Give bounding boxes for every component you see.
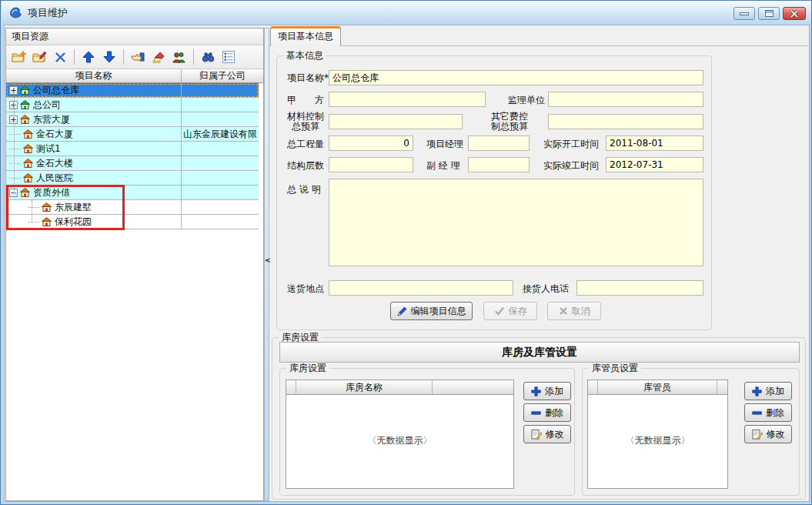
party-a-input[interactable]	[329, 92, 486, 107]
tree-item-4[interactable]: 金石大厦 山东金辰建设有限	[6, 127, 259, 142]
new-folder-icon	[12, 51, 26, 63]
project-name-input[interactable]	[329, 70, 703, 85]
tree-item-7[interactable]: 人民医院	[6, 171, 259, 186]
titlebar: 项目维护	[2, 1, 812, 25]
close-icon	[790, 10, 799, 18]
tree-connector	[9, 178, 21, 179]
check-icon	[494, 306, 505, 316]
tree-connector	[9, 134, 21, 135]
warehouse-table-header: 库房名称	[286, 380, 513, 395]
tree-item-name-cell: 测试1	[6, 142, 182, 156]
warehouse-name-column-header[interactable]: 库房名称	[296, 380, 433, 394]
cancel-button[interactable]: 取消	[547, 302, 601, 320]
material-budget-label: 材料控制总预算	[287, 112, 324, 132]
tree-connector	[9, 163, 21, 164]
actual-start-input[interactable]	[606, 135, 703, 151]
orange-house-icon	[23, 144, 33, 153]
find-button[interactable]	[199, 48, 217, 66]
tree-item-1[interactable]: + 公司总仓库	[6, 83, 259, 98]
green-house-icon	[20, 100, 30, 109]
window-title: 项目维护	[28, 6, 68, 20]
hand-pointer-button[interactable]	[129, 48, 147, 66]
toolbar-separator	[74, 49, 75, 65]
tree-item-company-cell	[182, 215, 259, 229]
project-manager-input[interactable]	[468, 135, 530, 151]
deputy-manager-input[interactable]	[468, 157, 530, 172]
plus-icon	[752, 386, 762, 396]
users-button[interactable]	[170, 48, 189, 66]
tree-item-2[interactable]: + 总公司	[6, 98, 259, 112]
actual-start-label: 实际开工时间	[543, 138, 599, 150]
other-budget-input[interactable]	[548, 114, 703, 129]
minus-icon	[752, 408, 762, 418]
keeper-modify-button[interactable]: 修改	[744, 425, 792, 443]
actual-end-input[interactable]	[606, 157, 703, 172]
tree-item-5[interactable]: 测试1	[6, 142, 259, 156]
tree-item-company-cell	[182, 142, 259, 156]
warehouse-add-button[interactable]: 添加	[523, 382, 571, 400]
tree-item-company-cell	[182, 98, 259, 112]
binoculars-icon	[202, 52, 215, 62]
move-up-button[interactable]	[79, 48, 98, 66]
edit-folder-button[interactable]	[30, 48, 48, 66]
warehouse-modify-button[interactable]: 修改	[523, 425, 571, 443]
description-label: 总 说 明	[287, 183, 321, 196]
modify-note-icon	[752, 429, 763, 440]
tree-guide-line	[14, 83, 15, 193]
description-textarea[interactable]	[329, 179, 703, 266]
total-quantity-label: 总工程量	[287, 138, 324, 150]
orange-house-icon	[20, 115, 30, 124]
warehouse-table[interactable]: 库房名称 〈无数据显示〉	[286, 380, 514, 489]
save-button[interactable]: 保存	[483, 302, 537, 320]
structure-floors-input[interactable]	[329, 157, 413, 172]
delete-icon	[55, 52, 66, 63]
tree-header: 项目名称 归属子公司	[6, 69, 263, 83]
other-budget-label: 其它费控制总预算	[491, 112, 528, 132]
tree-item-3[interactable]: + 东营大厦	[6, 112, 259, 127]
minimize-icon	[740, 12, 749, 15]
keeper-add-button[interactable]: 添加	[744, 382, 792, 400]
tree-item-label: 东营大厦	[33, 113, 70, 126]
eraser-button[interactable]	[149, 48, 168, 66]
deputy-manager-label: 副 经 理	[426, 159, 460, 172]
total-quantity-input[interactable]	[329, 135, 413, 151]
delete-button[interactable]	[51, 48, 69, 66]
panel-splitter[interactable]: <	[264, 28, 269, 501]
receiver-phone-input[interactable]	[576, 280, 703, 296]
row-indicator-column	[588, 380, 598, 394]
close-button[interactable]	[783, 7, 806, 20]
tree-item-name-cell: 人民医院	[6, 171, 182, 185]
maximize-button[interactable]	[758, 7, 780, 20]
minimize-button[interactable]	[733, 7, 755, 20]
new-folder-button[interactable]	[9, 48, 28, 66]
column-header-project-name[interactable]: 项目名称	[6, 69, 182, 82]
edit-project-button[interactable]: 编辑项目信息	[390, 302, 473, 320]
keeper-remove-button[interactable]: 删除	[744, 403, 792, 422]
tree-item-name-cell: + 总公司	[6, 98, 182, 112]
party-a-label: 甲 方	[287, 94, 324, 106]
users-icon	[172, 52, 186, 63]
keeper-empty-text: 〈无数据显示〉	[588, 434, 727, 447]
project-name-label: 项目名称*	[287, 72, 329, 84]
delivery-address-label: 送货地点	[287, 283, 324, 295]
row-indicator-column	[286, 380, 296, 394]
delivery-address-input[interactable]	[329, 280, 513, 296]
move-down-button[interactable]	[100, 48, 119, 66]
panel-caption: 项目资源	[6, 28, 263, 45]
keeper-column-header[interactable]: 库管员	[598, 380, 717, 394]
supervisor-input[interactable]	[548, 92, 703, 107]
structure-floors-label: 结构层数	[287, 159, 324, 172]
column-header-subsidiary[interactable]: 归属子公司	[182, 69, 263, 82]
annotation-red-rectangle	[6, 185, 125, 230]
tab-project-basic-info[interactable]: 项目基本信息	[270, 26, 341, 46]
keeper-table[interactable]: 库管员 〈无数据显示〉	[587, 380, 728, 489]
tree-item-6[interactable]: 金石大楼	[6, 156, 259, 171]
receiver-phone-label: 接货人电话	[523, 283, 569, 295]
tree-item-label: 金石大厦	[36, 128, 73, 141]
tree-item-company-cell	[182, 200, 259, 214]
keeper-group-label: 库管员设置	[589, 363, 641, 373]
list-view-button[interactable]	[219, 48, 238, 66]
warehouse-remove-button[interactable]: 删除	[523, 403, 571, 422]
list-view-icon	[222, 51, 235, 63]
material-budget-input[interactable]	[329, 114, 463, 129]
